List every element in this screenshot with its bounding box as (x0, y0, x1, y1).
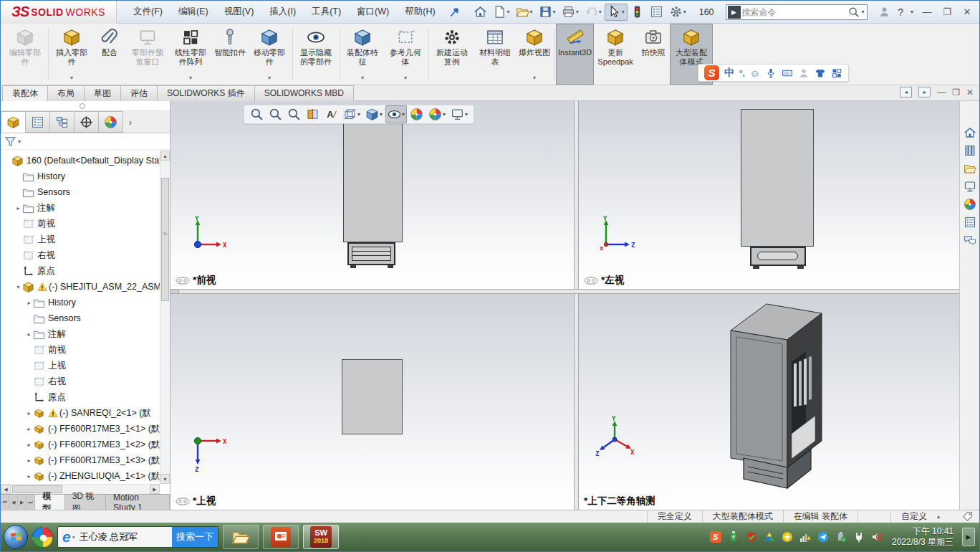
new-motion-study-button[interactable]: 新建运动算例 (431, 24, 474, 85)
filter-icon[interactable] (4, 135, 16, 148)
zoom-to-fit-button[interactable] (248, 105, 266, 123)
property-manager-tab[interactable] (25, 111, 50, 133)
reference-geometry-caret-icon[interactable]: ▾ (404, 74, 407, 83)
menu-3[interactable]: 插入(I) (261, 1, 304, 23)
panel-tabs-more-icon[interactable]: › (123, 111, 138, 133)
exploded-view-caret-icon[interactable]: ▾ (533, 74, 536, 83)
ie-caret-icon[interactable]: ▾ (72, 534, 75, 541)
undo-caret-icon[interactable]: ▾ (599, 9, 602, 15)
home-button[interactable] (471, 4, 490, 21)
tree-item[interactable]: 右视 (1, 247, 160, 263)
tab-solidworks-mbd[interactable]: SOLIDWORKS MBD (254, 85, 354, 101)
tree-item[interactable]: 上视 (1, 232, 160, 247)
messenger-tray-icon[interactable] (817, 531, 830, 543)
open-document-caret-icon[interactable]: ▾ (530, 9, 533, 15)
close-button[interactable]: ✕ (961, 6, 974, 17)
assembly-features-button[interactable]: 装配体特征▾ (341, 24, 384, 85)
ime-punctuation[interactable]: °, (739, 69, 744, 77)
update-speedpak-button[interactable]: 更新 Speedpak (594, 24, 637, 85)
sogou-logo-icon[interactable]: S (704, 65, 719, 80)
horizontal-splitter[interactable] (170, 289, 959, 294)
ime-account-icon[interactable] (798, 67, 810, 79)
study-nav-icon-1[interactable]: ◀ (9, 495, 18, 510)
next-window-button[interactable]: ▸ (918, 87, 931, 97)
reference-geometry-button[interactable]: 参考几何体▾ (384, 24, 427, 85)
menu-5[interactable]: 窗口(W) (349, 1, 397, 23)
doc-restore-button[interactable]: ❐ (952, 87, 960, 97)
options-caret-icon[interactable]: ▾ (683, 9, 686, 15)
tree-expander-icon[interactable]: ▸ (25, 457, 33, 464)
autoplus-tray-icon[interactable] (782, 531, 794, 543)
move-component-button[interactable]: 移动零部件▾ (248, 24, 291, 85)
custom-properties-tab[interactable] (961, 214, 979, 230)
mate-button[interactable]: 配合 (93, 24, 126, 85)
tab-装配体[interactable]: 装配体 (2, 85, 48, 101)
feature-manager-tab[interactable] (1, 111, 26, 133)
hide-show-items-caret-icon[interactable]: ▾ (402, 111, 405, 118)
tree-expander-icon[interactable]: ▾ (14, 284, 22, 290)
solidworks-rx-tray-icon[interactable] (746, 531, 758, 543)
tree-item[interactable]: ▸(-) FF600R17ME3_1<2> (默 (1, 437, 160, 452)
network-tray-icon[interactable] (799, 531, 812, 543)
doc-close-button[interactable]: ✕ (966, 87, 974, 97)
tree-expander-icon[interactable]: ▸ (25, 300, 33, 306)
ime-toolbox-icon[interactable] (831, 67, 842, 79)
study-nav-icon-3[interactable]: ⏭ (27, 495, 35, 510)
tree-expander-icon[interactable]: ▸ (25, 473, 33, 480)
instant3d-button[interactable]: Instant3D (556, 24, 594, 85)
save-button[interactable]: ▾ (536, 4, 559, 21)
sogou-tray-icon[interactable]: S (710, 531, 722, 543)
tree-vertical-scrollbar[interactable]: ▲ ▼ (160, 151, 170, 484)
insert-component-button[interactable]: 插入零部件▾ (50, 24, 93, 85)
linear-pattern-button[interactable]: 线性零部件阵列▾ (169, 24, 212, 85)
scroll-left-icon[interactable]: ◀ (1, 485, 11, 494)
print-caret-icon[interactable]: ▾ (576, 9, 579, 15)
forum-tab[interactable] (961, 232, 979, 248)
tree-item[interactable]: 160 (Default<Default_Display Stat (1, 153, 160, 168)
menu-1[interactable]: 编辑(E) (170, 1, 216, 23)
drive-tray-icon[interactable] (764, 531, 776, 543)
search-caret-icon[interactable]: ▾ (862, 9, 865, 15)
filter-caret-icon[interactable]: ▾ (18, 138, 21, 145)
tree-item[interactable]: 上视 (1, 358, 160, 373)
tree-item[interactable]: ▸(-) FF600R17ME3_1<1> (默 (1, 421, 160, 437)
menu-2[interactable]: 视图(V) (216, 1, 262, 23)
viewport-top[interactable]: *上视XZ (170, 294, 574, 510)
view-orientation-button[interactable]: ▾ (341, 105, 362, 123)
save-caret-icon[interactable]: ▾ (553, 9, 556, 15)
status-custom[interactable]: 自定义▴ (890, 510, 950, 523)
previous-window-button[interactable]: ◂ (900, 87, 912, 97)
tree-expander-icon[interactable]: ▸ (25, 426, 33, 432)
take-snapshot-button[interactable]: 拍快照 (637, 24, 670, 85)
tree-expander-icon[interactable]: ▸ (14, 205, 22, 211)
apply-scene-caret-icon[interactable]: ▾ (443, 111, 446, 118)
scroll-down-icon[interactable]: ▼ (160, 474, 170, 484)
display-settings-button[interactable] (647, 4, 666, 21)
select-button[interactable]: ▾ (605, 4, 628, 21)
help-button[interactable]: ? (898, 6, 903, 18)
tree-item[interactable]: ▸(-) ZHENGLIUQIA_1<1> (默 (1, 468, 160, 484)
browser-360-icon[interactable] (32, 527, 53, 548)
minimize-button[interactable]: — (921, 6, 933, 17)
menu-6[interactable]: 帮助(H) (397, 1, 443, 23)
previous-view-button[interactable] (285, 105, 303, 123)
view-settings-caret-icon[interactable]: ▾ (465, 111, 468, 118)
solidworks-taskbar-button[interactable]: SW2018 (303, 525, 339, 549)
smart-fasteners-button[interactable]: 智能扣件 (212, 24, 248, 85)
ime-skin-icon[interactable] (815, 67, 826, 79)
display-manager-tab[interactable] (98, 111, 123, 133)
show-desktop-button[interactable]: ▶ (962, 528, 975, 546)
taskbar-search-button[interactable]: 搜索一下 (172, 527, 218, 547)
volume-muted-tray-icon[interactable] (871, 531, 883, 543)
usb-tray-icon[interactable] (728, 531, 740, 543)
section-view-button[interactable] (304, 105, 322, 123)
ime-emoji-icon[interactable]: ☺ (749, 67, 759, 79)
assembly-features-caret-icon[interactable]: ▾ (361, 74, 364, 83)
edit-appearance-button[interactable] (408, 105, 426, 123)
vertical-splitter[interactable] (574, 101, 579, 510)
panel-splitter-handle[interactable] (1, 101, 170, 111)
doc-minimize-button[interactable]: — (937, 87, 946, 97)
start-button[interactable] (4, 525, 28, 549)
search-icon[interactable] (848, 6, 860, 18)
display-style-caret-icon[interactable]: ▾ (380, 111, 383, 118)
